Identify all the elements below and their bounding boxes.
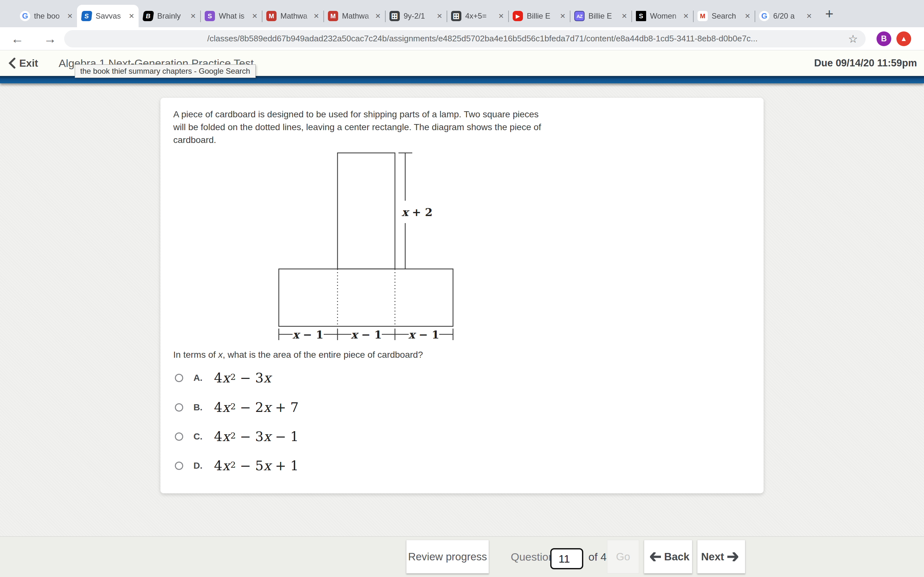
answer-option-c: C. 4x2 − 3x − 1 <box>173 428 299 445</box>
next-button[interactable]: Next <box>697 540 745 574</box>
mathway-favicon <box>328 11 338 21</box>
radio-button[interactable] <box>175 403 183 412</box>
test-footer-nav: Review progress Question of 40 Go Back N… <box>0 536 924 577</box>
tab-close-icon[interactable]: × <box>436 11 443 21</box>
tab-calculator-1[interactable]: 9y-2/1 × <box>385 5 447 27</box>
answer-option-b: B. 4x2 − 2x + 7 <box>173 399 299 416</box>
tab-close-icon[interactable]: × <box>313 11 320 21</box>
forward-icon[interactable]: → <box>44 32 57 45</box>
option-expression: 4x2 − 3x <box>214 370 271 386</box>
tab-calculator-2[interactable]: 4x+5= × <box>447 5 508 27</box>
answer-option-a: A. 4x2 − 3x <box>173 370 271 386</box>
tab-close-icon[interactable]: × <box>375 11 381 21</box>
review-progress-button[interactable]: Review progress <box>406 540 489 574</box>
exit-button[interactable]: Exit <box>8 57 38 69</box>
google-favicon <box>759 11 769 21</box>
tab-the-boo[interactable]: the boo × <box>15 5 77 27</box>
profile-avatar[interactable]: B <box>877 31 891 46</box>
tab-close-icon[interactable]: × <box>498 11 504 21</box>
mathway-favicon <box>266 11 276 21</box>
tab-savvas-active[interactable]: Savvas × <box>77 5 139 27</box>
tab-close-icon[interactable]: × <box>683 11 689 21</box>
question-prompt: In terms of x, what is the area of the e… <box>173 350 423 360</box>
arrow-right-icon <box>727 552 738 561</box>
question-card: A piece of cardboard is designed to be u… <box>160 98 764 493</box>
tab-youtube[interactable]: Billie E × <box>508 5 570 27</box>
new-tab-button[interactable]: + <box>822 5 837 23</box>
tab-6-20[interactable]: 6/20 a × <box>754 5 816 27</box>
s-favicon <box>636 11 646 21</box>
tab-close-icon[interactable]: × <box>252 11 258 21</box>
tab-mathway-2[interactable]: Mathwa × <box>323 5 385 27</box>
back-icon[interactable]: ← <box>11 32 24 45</box>
tab-what-is[interactable]: What is × <box>200 5 262 27</box>
answer-option-d: D. 4x2 − 5x + 1 <box>173 458 299 474</box>
width-dimension-label: x − 1 <box>409 328 439 341</box>
tab-close-icon[interactable]: × <box>559 11 566 21</box>
savvas-favicon <box>81 11 92 21</box>
page-background: A piece of cardboard is designed to be u… <box>0 83 924 536</box>
azlyrics-favicon <box>574 11 585 21</box>
browser-toolbar: ← → /classes/8b589edd67b949adad232a50cac… <box>0 27 924 50</box>
tab-brainly[interactable]: Brainly × <box>139 5 200 27</box>
width-dimension-label: x − 1 <box>292 328 323 341</box>
option-expression: 4x2 − 2x + 7 <box>214 400 299 415</box>
brainly-favicon <box>142 11 154 21</box>
browser-tab-strip: the boo × Savvas × Brainly × What is × M… <box>0 0 924 27</box>
tab-mathway-1[interactable]: Mathwa × <box>262 5 323 27</box>
tab-azlyrics[interactable]: Billie E × <box>570 5 632 27</box>
tab-close-icon[interactable]: × <box>128 11 135 21</box>
question-number-input[interactable] <box>550 548 583 569</box>
bottom-rect <box>279 269 453 326</box>
tab-tooltip: the book thief summary chapters - Google… <box>75 64 256 78</box>
gmail-favicon <box>698 11 708 21</box>
tab-close-icon[interactable]: × <box>806 11 813 21</box>
arrow-left-icon <box>650 552 661 561</box>
tab-close-icon[interactable]: × <box>621 11 628 21</box>
youtube-favicon <box>513 11 523 21</box>
tab-close-icon[interactable]: × <box>190 11 196 21</box>
calculator-favicon <box>451 11 461 21</box>
height-dimension-label: x + 2 <box>402 206 433 219</box>
option-expression: 4x2 − 5x + 1 <box>214 458 299 474</box>
radio-button[interactable] <box>175 374 183 382</box>
socratic-favicon <box>205 11 215 21</box>
center-column-rect <box>338 153 395 269</box>
radio-button[interactable] <box>175 462 183 470</box>
tab-close-icon[interactable]: × <box>67 11 73 21</box>
go-button[interactable]: Go <box>607 540 639 574</box>
due-date: Due 09/14/20 11:59pm <box>814 57 917 69</box>
calculator-favicon <box>389 11 400 21</box>
tab-search[interactable]: Search × <box>693 5 754 27</box>
tab-close-icon[interactable]: × <box>744 11 751 21</box>
back-button[interactable]: Back <box>644 540 692 574</box>
bookmark-star-icon[interactable]: ☆ <box>848 32 858 45</box>
tab-women[interactable]: Women × <box>632 5 693 27</box>
google-favicon <box>20 11 30 21</box>
address-bar[interactable]: /classes/8b589edd67b949adad232a50cac7c24… <box>64 30 866 47</box>
width-dimension-label: x − 1 <box>351 328 382 341</box>
radio-button[interactable] <box>175 432 183 441</box>
url-text: /classes/8b589edd67b949adad232a50cac7c24… <box>207 34 843 44</box>
question-text: A piece of cardboard is designed to be u… <box>173 108 541 147</box>
question-label: Question <box>511 537 554 577</box>
chevron-left-icon <box>8 58 15 69</box>
option-expression: 4x2 − 3x − 1 <box>214 429 299 444</box>
cardboard-diagram: x + 2 x − 1 x − 1 x − 1 <box>270 150 462 346</box>
extension-icon[interactable]: ▲ <box>897 31 911 46</box>
